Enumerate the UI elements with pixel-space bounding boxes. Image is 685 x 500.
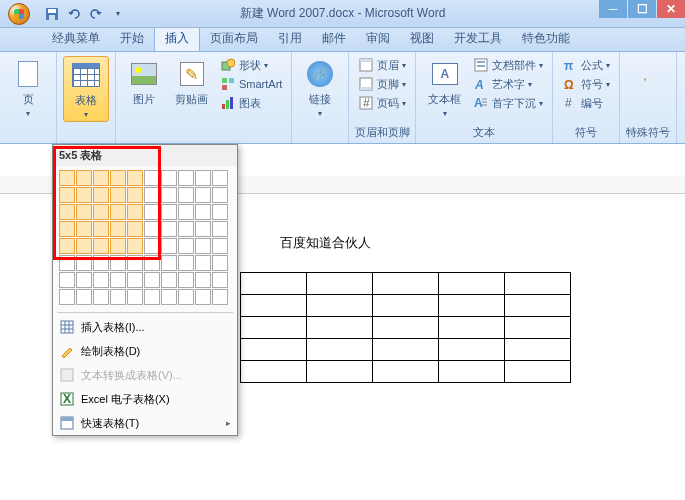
page-button[interactable]: 页 ▾ (6, 56, 50, 120)
grid-cell[interactable] (93, 204, 109, 220)
insert-table-item[interactable]: 插入表格(I)... (53, 315, 237, 339)
grid-cell[interactable] (93, 272, 109, 288)
grid-cell[interactable] (161, 204, 177, 220)
grid-cell[interactable] (178, 187, 194, 203)
grid-cell[interactable] (195, 170, 211, 186)
table-button[interactable]: 表格 ▾ (63, 56, 109, 122)
grid-cell[interactable] (76, 255, 92, 271)
grid-cell[interactable] (127, 238, 143, 254)
smartart-button[interactable]: SmartArt (217, 75, 285, 93)
tab-insert[interactable]: 插入 (154, 25, 200, 51)
grid-cell[interactable] (178, 289, 194, 305)
grid-cell[interactable] (110, 255, 126, 271)
grid-cell[interactable] (195, 272, 211, 288)
tab-dev[interactable]: 开发工具 (444, 26, 512, 51)
parts-button[interactable]: 文档部件 ▾ (470, 56, 546, 74)
formula-button[interactable]: π 公式 ▾ (559, 56, 613, 74)
grid-cell[interactable] (212, 221, 228, 237)
grid-cell[interactable] (127, 272, 143, 288)
shapes-button[interactable]: 形状 ▾ (217, 56, 285, 74)
document-table[interactable] (240, 272, 571, 383)
grid-cell[interactable] (161, 238, 177, 254)
grid-cell[interactable] (161, 255, 177, 271)
grid-cell[interactable] (161, 187, 177, 203)
grid-cell[interactable] (93, 255, 109, 271)
tab-review[interactable]: 审阅 (356, 26, 400, 51)
grid-cell[interactable] (144, 238, 160, 254)
grid-cell[interactable] (76, 221, 92, 237)
symbol-button[interactable]: Ω 符号 ▾ (559, 75, 613, 93)
grid-cell[interactable] (76, 272, 92, 288)
grid-cell[interactable] (110, 221, 126, 237)
maximize-button[interactable]: ☐ (628, 0, 656, 18)
grid-cell[interactable] (178, 204, 194, 220)
grid-cell[interactable] (161, 170, 177, 186)
grid-cell[interactable] (59, 170, 75, 186)
grid-cell[interactable] (127, 255, 143, 271)
grid-cell[interactable] (76, 170, 92, 186)
tab-mail[interactable]: 邮件 (312, 26, 356, 51)
grid-cell[interactable] (110, 289, 126, 305)
chart-button[interactable]: 图表 (217, 94, 285, 112)
grid-cell[interactable] (127, 221, 143, 237)
tab-view[interactable]: 视图 (400, 26, 444, 51)
grid-cell[interactable] (76, 289, 92, 305)
tab-home[interactable]: 开始 (110, 26, 154, 51)
grid-cell[interactable] (110, 238, 126, 254)
grid-cell[interactable] (110, 204, 126, 220)
grid-cell[interactable] (144, 221, 160, 237)
grid-cell[interactable] (212, 204, 228, 220)
quick-table-item[interactable]: 快速表格(T) ▸ (53, 411, 237, 435)
grid-cell[interactable] (59, 255, 75, 271)
redo-icon[interactable] (88, 6, 104, 22)
tab-reference[interactable]: 引用 (268, 26, 312, 51)
tab-special[interactable]: 特色功能 (512, 26, 580, 51)
grid-cell[interactable] (195, 187, 211, 203)
footer-button[interactable]: 页脚 ▾ (355, 75, 409, 93)
link-button[interactable]: 🔗 链接 ▾ (298, 56, 342, 120)
textbox-button[interactable]: A 文本框 ▾ (422, 56, 467, 120)
grid-cell[interactable] (212, 255, 228, 271)
grid-cell[interactable] (212, 170, 228, 186)
grid-cell[interactable] (76, 238, 92, 254)
grid-cell[interactable] (76, 187, 92, 203)
grid-cell[interactable] (76, 204, 92, 220)
header-button[interactable]: 页眉 ▾ (355, 56, 409, 74)
grid-cell[interactable] (144, 272, 160, 288)
grid-cell[interactable] (144, 187, 160, 203)
close-button[interactable]: ✕ (657, 0, 685, 18)
grid-cell[interactable] (110, 272, 126, 288)
grid-cell[interactable] (59, 204, 75, 220)
dropcap-button[interactable]: A 首字下沉 ▾ (470, 94, 546, 112)
grid-cell[interactable] (195, 204, 211, 220)
grid-cell[interactable] (195, 221, 211, 237)
grid-cell[interactable] (178, 255, 194, 271)
grid-cell[interactable] (127, 204, 143, 220)
grid-cell[interactable] (212, 238, 228, 254)
tab-layout[interactable]: 页面布局 (200, 26, 268, 51)
minimize-button[interactable]: ─ (599, 0, 627, 18)
clipart-button[interactable]: ✎ 剪贴画 (169, 56, 214, 109)
grid-cell[interactable] (110, 187, 126, 203)
special-symbol-button[interactable]: ， (626, 56, 670, 92)
grid-cell[interactable] (212, 187, 228, 203)
grid-cell[interactable] (127, 187, 143, 203)
grid-cell[interactable] (93, 170, 109, 186)
grid-cell[interactable] (144, 170, 160, 186)
grid-cell[interactable] (127, 289, 143, 305)
grid-cell[interactable] (195, 255, 211, 271)
grid-cell[interactable] (195, 289, 211, 305)
pagenum-button[interactable]: # 页码 ▾ (355, 94, 409, 112)
grid-cell[interactable] (59, 187, 75, 203)
picture-button[interactable]: 图片 (122, 56, 166, 109)
grid-cell[interactable] (144, 289, 160, 305)
excel-table-item[interactable]: X Excel 电子表格(X) (53, 387, 237, 411)
save-icon[interactable] (44, 6, 60, 22)
grid-cell[interactable] (178, 238, 194, 254)
grid-cell[interactable] (127, 170, 143, 186)
grid-cell[interactable] (59, 238, 75, 254)
draw-table-item[interactable]: 绘制表格(D) (53, 339, 237, 363)
grid-cell[interactable] (212, 272, 228, 288)
wordart-button[interactable]: A 艺术字 ▾ (470, 75, 546, 93)
tab-classic[interactable]: 经典菜单 (42, 26, 110, 51)
